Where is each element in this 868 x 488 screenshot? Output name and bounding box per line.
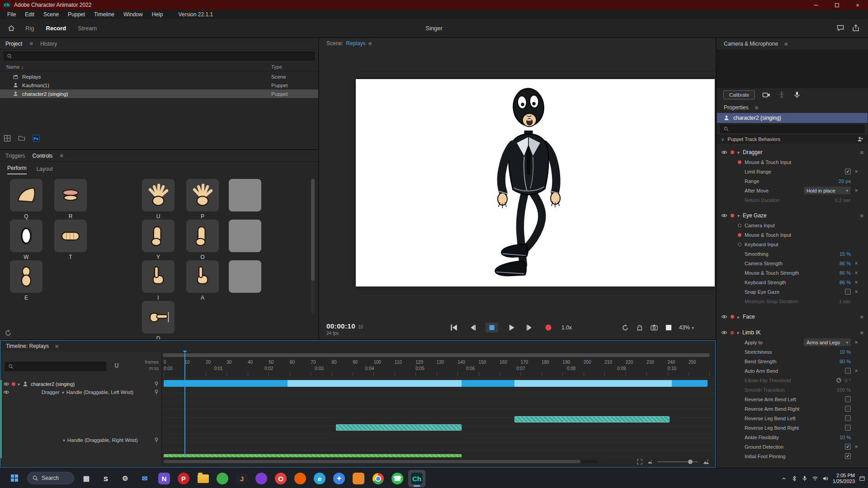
zoom-out-icon[interactable]	[647, 459, 653, 465]
collapse-chevron-icon[interactable]: ▾	[63, 438, 65, 443]
properties-menu-icon[interactable]: ≡	[755, 105, 759, 111]
remove-icon[interactable]: ×	[854, 289, 859, 295]
background-toggle-icon[interactable]	[665, 324, 673, 332]
property-after-move[interactable]: After MoveHold in place▾×	[717, 186, 868, 195]
property-value[interactable]: 10 %	[840, 435, 851, 440]
recording-bar-right-wrist[interactable]	[164, 454, 462, 457]
remove-icon[interactable]: ×	[854, 169, 859, 174]
recording-bar-left-wrist[interactable]	[336, 424, 462, 431]
workspace-tab-record[interactable]: Record	[46, 25, 66, 32]
body-tracking-icon[interactable]	[778, 91, 786, 99]
taskbar-app-orange-app[interactable]	[350, 470, 367, 487]
property-return-duration[interactable]: Return Duration0.2 sec	[717, 195, 868, 205]
tab-triggers[interactable]: Triggers	[5, 153, 25, 159]
trigger-button-t[interactable]	[54, 220, 87, 252]
next-frame-button[interactable]	[524, 323, 535, 333]
project-row-kaufman-1[interactable]: Kaufman(1)Puppet	[0, 81, 318, 89]
behavior-header-dragger[interactable]: ▾Dragger≡	[717, 147, 868, 157]
checkbox-reverse-arm-bend-left[interactable]	[845, 396, 851, 402]
zoom-select[interactable]: 43% ▾	[679, 324, 694, 331]
remove-icon[interactable]: ×	[854, 444, 859, 450]
export-share-icon[interactable]	[852, 24, 860, 32]
visibility-icon[interactable]	[721, 314, 727, 320]
snapshot-icon[interactable]	[650, 324, 658, 332]
property-smoothing[interactable]: Smoothing15 %	[717, 249, 868, 258]
behavior-header-limb-ik[interactable]: ▾Limb IK≡	[717, 328, 868, 338]
property-reverse-leg-bend-left[interactable]: Reverse Leg Bend Left	[717, 413, 868, 423]
taskbar-app-skype[interactable]: S	[97, 470, 114, 487]
trigger-slot-empty[interactable]	[229, 260, 261, 293]
taskbar-app-firefox[interactable]	[292, 470, 309, 487]
property-value[interactable]: 86 %	[840, 270, 851, 276]
checkbox-reverse-leg-bend-right[interactable]	[845, 425, 851, 431]
visibility-icon[interactable]	[721, 212, 727, 219]
input-arm-dot[interactable]	[738, 224, 741, 227]
taskbar-app-opera[interactable]: O	[272, 470, 289, 487]
property-keyboard-input[interactable]: Keyboard Input	[717, 239, 868, 249]
trigger-button-w[interactable]	[10, 220, 42, 252]
record-arm-dot[interactable]	[731, 315, 734, 319]
subtab-perform[interactable]: Perform	[7, 165, 27, 174]
property-apply-to[interactable]: Apply toArms and Legs▾×	[717, 338, 868, 347]
project-panel-menu-icon[interactable]: ≡	[29, 41, 33, 47]
trigger-button-y[interactable]	[142, 220, 175, 252]
timeline-menu-icon[interactable]: ≡	[55, 343, 59, 349]
zoom-in-icon[interactable]	[703, 458, 710, 465]
trigger-button-e[interactable]	[10, 260, 42, 293]
trigger-button-d[interactable]	[142, 301, 175, 333]
project-search[interactable]	[4, 52, 315, 61]
minimize-button[interactable]	[806, 0, 826, 10]
input-arm-dot[interactable]	[738, 233, 741, 237]
timeline-ruler[interactable]: 0102030405060708090100110120130140150160…	[162, 352, 715, 377]
behavior-header-eye-gaze[interactable]: ▾Eye Gaze≡	[717, 211, 868, 221]
properties-search-input[interactable]	[731, 126, 861, 131]
camera-icon[interactable]	[762, 91, 770, 99]
volume-icon[interactable]	[822, 475, 829, 482]
properties-search[interactable]	[720, 125, 864, 133]
workspace-tab-stream[interactable]: Stream	[78, 25, 97, 32]
collapse-chevron-icon[interactable]: ▾	[737, 213, 740, 218]
project-search-input[interactable]	[15, 53, 311, 59]
property-mouse-touch-input[interactable]: Mouse & Touch Input	[717, 230, 868, 239]
property-reverse-arm-bend-right[interactable]: Reverse Arm Bend Right	[717, 404, 868, 413]
property-stretchiness[interactable]: Stretchiness10 %	[717, 347, 868, 357]
bluetooth-icon[interactable]	[791, 475, 797, 482]
column-name[interactable]: Name ↓	[6, 64, 24, 70]
behavior-group-header[interactable]: ∨ Puppet Track Behaviors	[717, 135, 868, 144]
play-button[interactable]	[506, 323, 517, 333]
timeline-track-puppet[interactable]: ▾ character2 (singing)	[3, 380, 160, 388]
menu-item-scene[interactable]: Scene	[39, 11, 63, 18]
checkbox-limit-range[interactable]: ✓	[845, 169, 851, 174]
pin-icon[interactable]	[153, 381, 160, 387]
pin-icon[interactable]	[153, 437, 160, 443]
collapse-chevron-icon[interactable]: ▾	[737, 150, 740, 155]
new-item-icon[interactable]	[4, 135, 11, 142]
property-snap-eye-gaze[interactable]: Snap Eye Gaze×	[717, 287, 868, 296]
behavior-menu-icon[interactable]: ≡	[860, 150, 863, 155]
remove-icon[interactable]: ×	[854, 270, 859, 276]
collapse-chevron-icon[interactable]: ▸	[737, 314, 740, 319]
visibility-icon[interactable]	[721, 149, 727, 155]
collapse-chevron-icon[interactable]: ▾	[18, 382, 20, 387]
tab-project[interactable]: Project	[5, 41, 22, 47]
checkbox-reverse-arm-bend-right[interactable]	[845, 406, 851, 412]
pin-icon[interactable]	[153, 389, 160, 395]
controls-panel-menu-icon[interactable]: ≡	[60, 153, 63, 159]
taskbar-app-safari[interactable]: ✦	[330, 470, 348, 487]
taskbar-app-green-app[interactable]	[214, 470, 231, 487]
project-row-replays[interactable]: ReplaysScene	[0, 72, 318, 81]
property-minimum-snap-duration[interactable]: Minimum Snap Duration1 sec	[717, 296, 868, 306]
scene-menu-icon[interactable]: ≡	[368, 41, 372, 47]
timeline-zoom-slider[interactable]	[657, 461, 698, 462]
behavior-menu-icon[interactable]: ≡	[860, 330, 863, 336]
menu-item-puppet[interactable]: Puppet	[63, 11, 90, 18]
record-arm-dot[interactable]	[731, 150, 734, 154]
trigger-slot-empty[interactable]	[229, 179, 261, 211]
tray-expand-icon[interactable]	[781, 475, 787, 482]
recording-bar-left-wrist[interactable]	[514, 416, 670, 422]
microphone-icon[interactable]	[793, 91, 801, 99]
checkbox-reverse-leg-bend-left[interactable]	[845, 415, 851, 421]
remove-icon[interactable]: ×	[854, 340, 859, 345]
property-mouse-touch-strength[interactable]: Mouse & Touch Strength86 %×	[717, 268, 868, 277]
camera-panel-menu-icon[interactable]: ≡	[784, 41, 788, 47]
